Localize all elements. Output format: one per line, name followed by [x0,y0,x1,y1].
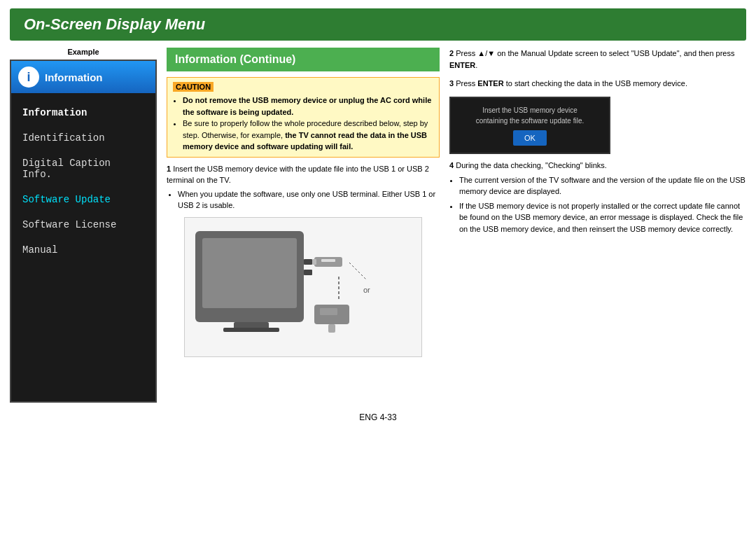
step3-num: 3 [449,79,454,88]
menu-container: i Information Information Identification… [10,60,157,403]
menu-header: i Information [11,61,155,93]
diagram-image: or [184,217,422,357]
usb-stick-plug [312,259,316,265]
menu-item-software-license[interactable]: Software License [11,212,155,237]
menu-item-manual[interactable]: Manual [11,237,155,263]
info-icon: i [18,67,39,88]
caution-box: CAUTION Do not remove the USB memory dev… [167,77,440,158]
step2: 2 Press ▲/▼ on the Manual Update screen … [449,48,746,71]
step2-num: 2 [449,49,454,57]
page-header: On-Screen Display Menu [10,8,746,41]
middle-panel: Information (Continue) CAUTION Do not re… [167,48,440,403]
caution-bullet-2: Be sure to properly follow the whole pro… [183,118,433,153]
or-label: or [363,286,370,294]
tv-usb-diagram-svg: or [185,217,421,357]
tv-screen-text: Insert the USB memory devicecontaining t… [458,105,602,126]
step4: 4 During the data checking, "Checking" b… [449,160,746,235]
tv-ok-button[interactable]: OK [513,130,547,146]
step4-bullet-1: The current version of the TV software a… [459,174,746,197]
connector-line [349,263,367,280]
caution-text: Do not remove the USB memory device or u… [173,95,433,153]
step1-sub: When you update the software, use only o… [178,188,440,211]
right-panel: 2 Press ▲/▼ on the Manual Update screen … [449,48,746,403]
usb-label [321,259,335,262]
usb-port-2 [304,270,312,275]
step1-num: 1 [167,165,171,173]
section-header: Information (Continue) [167,48,440,71]
menu-item-information[interactable]: Information [11,100,155,125]
section-header-text: Information (Continue) [175,53,295,65]
menu-item-identification[interactable]: Identification [11,125,155,151]
left-panel: Example i Information Information Identi… [10,48,157,403]
page-number: ENG 4-33 [0,412,756,422]
menu-header-label: Information [45,71,103,83]
step4-bullet-2: If the USB memory device is not properly… [459,200,746,235]
step4-num: 4 [449,161,454,169]
menu-item-software-update[interactable]: Software Update [11,187,155,212]
tv-screen-mockup: Insert the USB memory devicecontaining t… [449,97,610,155]
main-content: Example i Information Information Identi… [0,48,756,403]
tv-screen-area [202,238,297,308]
diagram-area: or [167,217,440,357]
menu-items: Information Identification Digital Capti… [11,93,155,270]
example-label: Example [10,48,157,56]
caution-label: CAUTION [173,82,214,92]
usb-port-1 [304,259,312,265]
menu-item-digital-caption[interactable]: Digital Caption Info. [11,151,155,187]
usb-drive-label [320,308,337,315]
caution-bullet-1: Do not remove the USB memory device or u… [183,95,433,118]
step3: 3 Press ENTER to start checking the data… [449,78,746,90]
tv-base [223,328,279,332]
page-title: On-Screen Display Menu [24,15,205,33]
usb-drive-connector [328,324,335,333]
step1: 1 Insert the USB memory device with the … [167,163,440,211]
